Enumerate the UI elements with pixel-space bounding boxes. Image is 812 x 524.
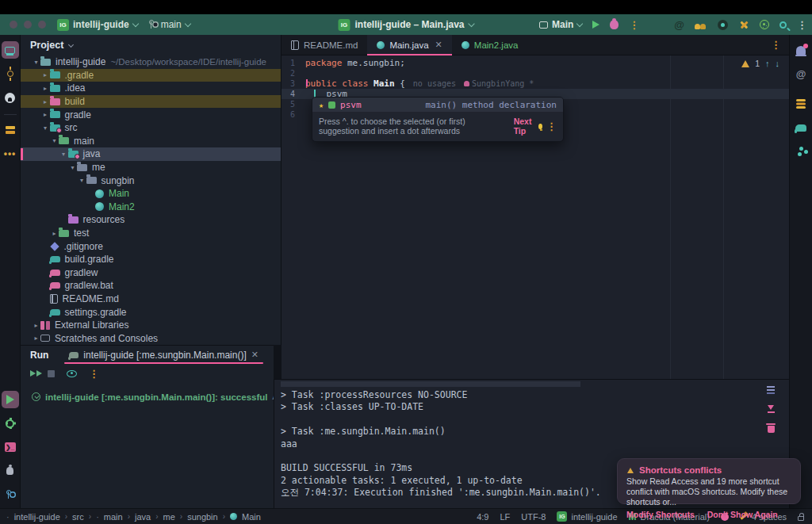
stop-icon[interactable] (48, 370, 55, 377)
tree-item--gitignore[interactable]: .gitignore (21, 239, 281, 253)
tree-item-build[interactable]: ▸build (21, 95, 281, 109)
clear-all-icon[interactable] (768, 426, 775, 433)
chevron-collapsed-icon[interactable]: ▸ (50, 230, 59, 237)
close-icon[interactable]: ✕ (251, 350, 259, 360)
preview-icon[interactable] (67, 370, 77, 377)
zoom-window-button[interactable] (38, 21, 46, 29)
search-everywhere-icon[interactable] (779, 21, 787, 29)
breadcrumb-item[interactable]: main (104, 512, 123, 522)
tree-item-gradlew[interactable]: gradlew (21, 266, 281, 280)
breadcrumb[interactable]: ·intellij-guide›src›·main›java›me›sungbi… (6, 512, 261, 522)
tree-item-main[interactable]: ▾main (21, 135, 281, 148)
breadcrumb-item[interactable]: me (163, 512, 175, 522)
tree-item-scratches-and-consoles[interactable]: ▸Scratches and Consoles (21, 331, 281, 345)
code-line-1[interactable]: 1package me.sungbin; (282, 58, 789, 68)
editor-tab-readme-md[interactable]: README.md (282, 35, 367, 55)
tree-item-me[interactable]: ▾me (21, 161, 281, 174)
editor-tab-main-java[interactable]: Main.java✕ (367, 35, 451, 55)
window-controls[interactable] (10, 21, 46, 29)
chevron-expanded-icon[interactable]: ▾ (59, 151, 68, 158)
code-line-3[interactable]: 3public class Main {no usagesSungbinYang… (282, 78, 789, 89)
run-result-row[interactable]: intellij-guide [:me.sungbin.Main.main()]… (21, 383, 274, 403)
build-tools-icon[interactable] (738, 19, 749, 30)
inspection-widget[interactable]: 1 ↑ ↓ (741, 59, 779, 68)
dont-show-again-link[interactable]: Don't Show Again (707, 510, 778, 519)
tree-item-test[interactable]: ▸test (21, 227, 281, 240)
problems-tool-button[interactable] (2, 462, 19, 480)
prev-problem-icon[interactable]: ↑ (765, 59, 770, 68)
breadcrumb-item[interactable]: Main (242, 512, 261, 522)
terminal-tool-button[interactable]: ❯_ (2, 438, 19, 456)
database-tool-button[interactable] (792, 95, 810, 113)
tree-item-java[interactable]: ▾java (21, 147, 281, 161)
project-status-widget[interactable]: IG intellij-guide (557, 511, 617, 522)
rerun-icon[interactable] (30, 370, 36, 377)
more-tools-button[interactable]: ••• (2, 145, 19, 163)
branch-widget[interactable]: main (149, 19, 190, 30)
line-separator-widget[interactable]: LF (500, 512, 510, 522)
breadcrumb-item[interactable]: intellij-guide (14, 512, 60, 522)
soft-wrap-icon[interactable] (767, 386, 775, 388)
tree-item-intellij-guide[interactable]: ▾intellij-guide~/Desktop/workspace/IDE/i… (21, 55, 281, 69)
tree-item-gradlew-bat[interactable]: gradlew.bat (21, 279, 281, 293)
close-window-button[interactable] (10, 21, 17, 29)
minimize-window-button[interactable] (24, 21, 32, 29)
tree-item-readme-md[interactable]: README.md (21, 293, 281, 306)
tree-item-build-gradle[interactable]: build.gradle (21, 253, 281, 266)
chevron-collapsed-icon[interactable]: ▸ (41, 98, 50, 105)
code-editor[interactable]: 1package me.sungbin;23public class Main … (282, 55, 789, 379)
dependencies-tool-button[interactable] (792, 143, 810, 160)
editor-tab-main2-java[interactable]: Main2.java (452, 35, 528, 55)
tree-item--gradle[interactable]: ▸.gradle (21, 69, 281, 82)
tree-item-main2[interactable]: Main2 (21, 201, 281, 214)
more-icon[interactable]: ⋮ (797, 20, 807, 30)
tree-item-src[interactable]: ▾src (21, 121, 281, 135)
lock-icon[interactable] (798, 516, 804, 521)
close-icon[interactable]: ✕ (435, 40, 442, 50)
next-problem-icon[interactable]: ↓ (776, 59, 780, 68)
git-tool-button[interactable] (2, 486, 19, 503)
tree-item-settings-gradle[interactable]: settings.gradle (21, 305, 281, 319)
run-tool-button[interactable] (2, 391, 19, 408)
modify-shortcuts-link[interactable]: Modify Shortcuts (626, 510, 695, 519)
tree-item-gradle[interactable]: ▸gradle (21, 108, 281, 121)
chevron-collapsed-icon[interactable]: ▸ (41, 111, 50, 118)
project-widget[interactable]: IG intellij-guide (57, 19, 138, 31)
chevron-collapsed-icon[interactable]: ▸ (41, 85, 50, 92)
chevron-expanded-icon[interactable]: ▾ (50, 137, 59, 144)
profiler-icon[interactable] (718, 20, 728, 30)
structure-tool-button[interactable] (2, 121, 19, 139)
more-icon[interactable]: ⋮ (546, 121, 557, 132)
run-button[interactable] (592, 21, 599, 29)
notifications-button[interactable] (792, 41, 810, 59)
tree-item-sungbin[interactable]: ▾sungbin (21, 174, 281, 187)
completion-item[interactable]: ★ psvm main() method declaration (312, 98, 563, 112)
project-tool-button[interactable] (2, 41, 19, 59)
more-icon[interactable]: ⋮ (89, 369, 99, 379)
commit-tool-button[interactable] (2, 65, 19, 82)
tab-options-icon[interactable]: ⋮ (771, 40, 781, 50)
run-configuration-selector[interactable]: Main (539, 19, 582, 30)
debug-button[interactable] (610, 20, 619, 29)
gradle-tool-button[interactable] (792, 119, 810, 136)
chevron-expanded-icon[interactable]: ▾ (78, 177, 86, 184)
chevron-expanded-icon[interactable]: ▾ (32, 59, 40, 66)
code-with-me-icon[interactable] (695, 20, 707, 29)
plugins-icon[interactable] (760, 20, 769, 29)
chevron-collapsed-icon[interactable]: ▸ (41, 71, 50, 78)
run-tab[interactable]: intellij-guide [:me.sungbin.Main.main()]… (64, 346, 263, 364)
chevron-expanded-icon[interactable]: ▾ (68, 164, 77, 171)
scroll-to-end-icon[interactable] (768, 405, 774, 410)
code-line-2[interactable]: 2 (282, 68, 789, 78)
breadcrumb-item[interactable]: sungbin (187, 512, 218, 522)
chevron-collapsed-icon[interactable]: ▸ (32, 335, 40, 342)
chevron-collapsed-icon[interactable]: ▸ (32, 322, 40, 329)
breadcrumb-item[interactable]: java (135, 512, 151, 522)
more-run-options-icon[interactable]: ⋮ (629, 20, 639, 30)
tree-item-resources[interactable]: resources (21, 213, 281, 227)
tree-item--idea[interactable]: ▸.idea (21, 82, 281, 95)
services-tool-button[interactable] (2, 415, 19, 432)
ai-assistant-icon[interactable]: @ (674, 19, 684, 31)
tree-item-main[interactable]: Main (21, 187, 281, 201)
chevron-expanded-icon[interactable]: ▾ (41, 124, 50, 132)
